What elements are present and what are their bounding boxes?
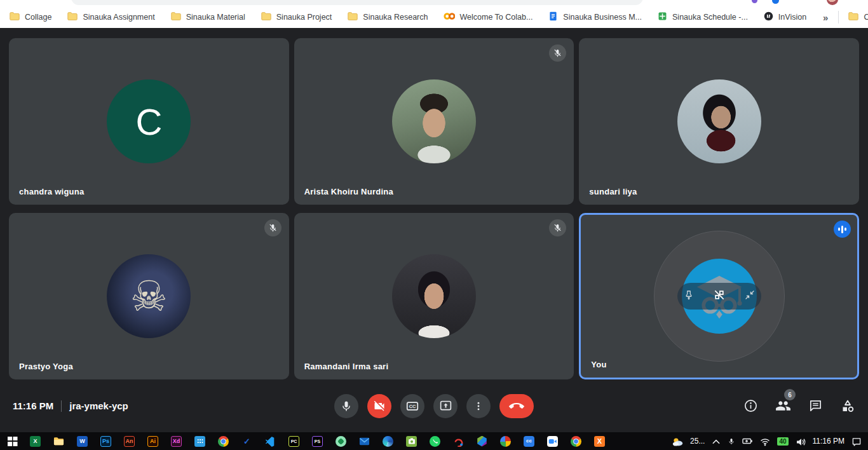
bookmark-sinauka-project[interactable]: Sinauka Project bbox=[257, 9, 336, 26]
chrome-window-icon[interactable] bbox=[571, 436, 581, 447]
participants-count-badge: 6 bbox=[784, 389, 796, 400]
meeting-code: jra-ymek-ycp bbox=[69, 400, 128, 411]
camera-app-icon[interactable] bbox=[406, 436, 417, 447]
camera-off-button[interactable] bbox=[367, 394, 391, 418]
avatar-photo bbox=[107, 254, 191, 338]
chat-button[interactable] bbox=[808, 399, 823, 413]
participant-name: Prastyo Yoga bbox=[19, 362, 73, 371]
pin-icon[interactable] bbox=[683, 289, 695, 303]
creative-cloud-icon[interactable] bbox=[524, 436, 534, 447]
pycharm-icon[interactable] bbox=[288, 436, 299, 447]
participant-name: Ramandani Irma sari bbox=[304, 362, 389, 371]
calendar-icon[interactable] bbox=[194, 436, 205, 447]
bookmark-label: Sinauka Project bbox=[276, 13, 332, 22]
photos-pinwheel-icon[interactable] bbox=[500, 436, 511, 447]
bookmark-label: Sinauka Business M... bbox=[563, 13, 642, 22]
animate-icon[interactable] bbox=[124, 436, 135, 447]
captions-button[interactable] bbox=[400, 394, 424, 418]
folder-icon bbox=[347, 11, 358, 24]
mic-muted-icon bbox=[264, 219, 281, 236]
edge-icon[interactable] bbox=[383, 436, 393, 447]
avatar-initial: C bbox=[107, 79, 191, 163]
file-explorer-icon[interactable] bbox=[53, 436, 64, 447]
bookmark-sinauka-material[interactable]: Sinauka Material bbox=[166, 9, 249, 26]
photoshop-icon[interactable] bbox=[100, 436, 111, 447]
meeting-info: 11:16 PM jra-ymek-ycp bbox=[13, 400, 128, 412]
participant-name: sundari liya bbox=[589, 187, 637, 196]
invision-icon bbox=[763, 11, 774, 24]
bookmark-sinauka-research[interactable]: Sinauka Research bbox=[343, 9, 431, 26]
bookmark-label: InVision bbox=[778, 13, 806, 22]
bookmark-collage[interactable]: Collage bbox=[5, 9, 55, 26]
extension-icon[interactable] bbox=[772, 0, 779, 4]
illustrator-icon[interactable] bbox=[147, 436, 158, 447]
word-icon[interactable] bbox=[77, 436, 88, 447]
meeting-side-controls: 6 bbox=[743, 398, 855, 414]
android-emulator-icon[interactable] bbox=[336, 436, 346, 447]
windows-start-icon[interactable] bbox=[8, 437, 17, 446]
vscode-icon[interactable] bbox=[265, 436, 276, 447]
more-options-button[interactable] bbox=[466, 394, 491, 418]
bookmark-sinauka-business[interactable]: Sinauka Business M... bbox=[544, 9, 646, 25]
whatsapp-icon[interactable] bbox=[430, 436, 440, 447]
wifi-icon[interactable] bbox=[760, 437, 770, 446]
speaker-icon[interactable] bbox=[796, 437, 806, 446]
mic-in-use-icon[interactable] bbox=[728, 437, 735, 446]
mail-icon[interactable] bbox=[359, 436, 370, 447]
avatar-photo bbox=[392, 79, 476, 163]
other-bookmarks[interactable]: Other bookmarks bbox=[844, 9, 868, 26]
tile-ramandani-irma-sari[interactable]: Ramandani Irma sari bbox=[294, 213, 574, 379]
mic-muted-icon bbox=[549, 219, 566, 236]
address-bar-bottom[interactable] bbox=[71, 0, 643, 5]
mic-muted-icon bbox=[549, 44, 566, 62]
taskbar-clock[interactable]: 11:16 PM bbox=[813, 437, 844, 446]
weather-icon[interactable] bbox=[672, 437, 683, 446]
folder-icon bbox=[67, 11, 78, 24]
adobe-xd-icon[interactable] bbox=[171, 436, 182, 447]
hidden-icons-chevron[interactable] bbox=[712, 438, 721, 445]
tile-sundari-liya[interactable]: sundari liya bbox=[579, 38, 859, 205]
windows-taskbar: 25... 40 11:16 PM bbox=[0, 432, 868, 450]
bookmark-sinauka-schedule[interactable]: Sinauka Schedule -... bbox=[653, 9, 752, 25]
todo-check-icon[interactable] bbox=[241, 436, 252, 447]
temperature-label[interactable]: 25... bbox=[690, 437, 705, 446]
tile-prastyo-yoga[interactable]: Prastyo Yoga bbox=[9, 213, 289, 379]
excel-icon[interactable] bbox=[30, 436, 41, 447]
microphone-button[interactable] bbox=[334, 394, 358, 418]
minimize-icon[interactable] bbox=[744, 289, 756, 303]
present-button[interactable] bbox=[433, 394, 458, 418]
google-sheets-icon bbox=[657, 11, 668, 24]
extension-icon[interactable] bbox=[752, 0, 757, 3]
bookmark-label: Sinauka Schedule -... bbox=[672, 13, 748, 22]
bookmark-colab[interactable]: Welcome To Colab... bbox=[439, 8, 536, 26]
chrome-icon[interactable] bbox=[218, 436, 229, 447]
tile-you[interactable]: You bbox=[579, 213, 859, 379]
end-call-button[interactable] bbox=[499, 394, 534, 418]
browser-toolbar-strip bbox=[0, 0, 868, 6]
video-call-app-icon[interactable] bbox=[547, 436, 558, 447]
bookmark-invision[interactable]: InVision bbox=[759, 9, 810, 25]
tile-actions-pill bbox=[677, 283, 761, 310]
volume-app-badge[interactable]: 40 bbox=[777, 437, 788, 446]
hexagon-app-icon[interactable] bbox=[477, 436, 487, 447]
bookmarks-overflow-chevron[interactable]: » bbox=[818, 12, 833, 23]
people-button[interactable]: 6 bbox=[775, 398, 791, 414]
battery-icon[interactable] bbox=[742, 436, 753, 446]
avatar-photo bbox=[392, 254, 476, 338]
meeting-details-button[interactable] bbox=[743, 399, 758, 413]
folder-icon bbox=[261, 11, 272, 24]
colab-icon bbox=[443, 10, 455, 24]
xampp-icon[interactable] bbox=[594, 436, 605, 447]
action-center-icon[interactable] bbox=[851, 437, 862, 446]
phpstorm-icon[interactable] bbox=[312, 436, 323, 447]
activities-button[interactable] bbox=[840, 399, 855, 414]
tile-arista-khoiru-nurdina[interactable]: Arista Khoiru Nurdina bbox=[294, 38, 574, 205]
system-tray: 25... 40 11:16 PM bbox=[672, 436, 868, 446]
bookmark-sinauka-assignment[interactable]: Sinauka Assignment bbox=[63, 9, 158, 26]
grid-off-icon[interactable] bbox=[713, 289, 726, 304]
divider bbox=[61, 400, 62, 412]
red-swirl-app-icon[interactable] bbox=[453, 436, 464, 447]
tile-chandra-wiguna[interactable]: C chandra wiguna bbox=[9, 38, 289, 205]
profile-avatar[interactable] bbox=[827, 0, 838, 5]
meet-stage: C chandra wiguna Arista Khoiru Nurdina s… bbox=[0, 28, 868, 432]
